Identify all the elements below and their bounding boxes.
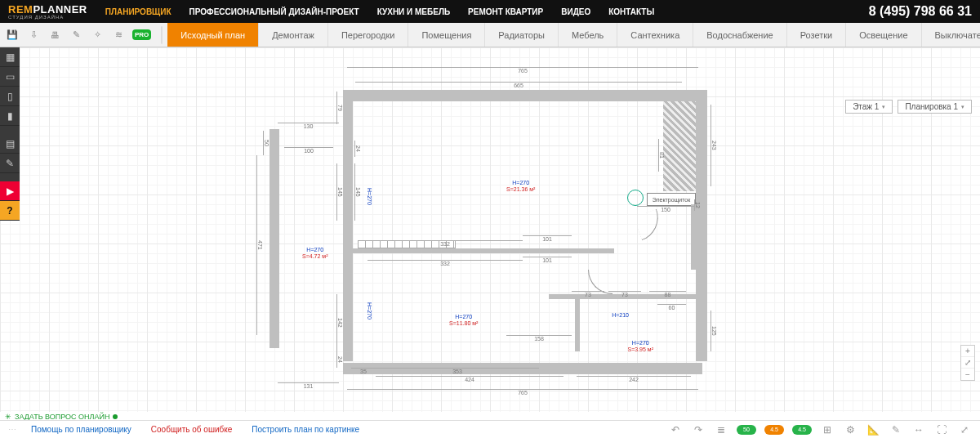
nav-renovation[interactable]: РЕМОНТ КВАРТИР xyxy=(468,7,543,16)
lt-library-icon[interactable]: ▤ xyxy=(0,134,20,154)
redo-icon[interactable]: ↷ xyxy=(691,424,706,436)
lt-windows-icon[interactable]: ▮ xyxy=(0,106,20,126)
save-icon[interactable]: 💾 xyxy=(5,28,20,42)
nav-design[interactable]: ПРОФЕССИОНАЛЬНЫЙ ДИЗАЙН-ПРОЕКТ xyxy=(189,7,359,16)
nav-kitchen[interactable]: КУХНИ И МЕБЕЛЬ xyxy=(377,7,450,16)
dim-top-room: 665 xyxy=(355,82,682,88)
pill-45b[interactable]: 4.5 xyxy=(792,425,812,435)
floor-select[interactable]: Этаж 1▾ xyxy=(845,100,893,114)
footer-help[interactable]: Помощь по планировщику xyxy=(31,425,131,434)
floorplan[interactable]: Электрощиток 765 665 130 100 332 332 101… xyxy=(270,65,710,392)
footer-bug[interactable]: Сообщить об ошибке xyxy=(151,425,232,434)
wall-inner-1[interactable] xyxy=(353,248,614,253)
tab-radiators[interactable]: Радиаторы xyxy=(485,23,559,47)
zoom-in[interactable]: + xyxy=(961,346,974,357)
fullscreen-icon[interactable]: ⤢ xyxy=(957,424,972,436)
dim-424: 424 xyxy=(376,376,564,382)
canvas-area[interactable]: Этаж 1▾ Планировка 1▾ Электрощиток 765 6… xyxy=(0,47,980,412)
layout-select[interactable]: Планировка 1▾ xyxy=(898,100,972,114)
dim-v81: 81 xyxy=(658,139,665,172)
plan-tabs: Исходный план Демонтаж Перегородки Помещ… xyxy=(167,23,980,47)
tool-icon-3[interactable]: ≋ xyxy=(111,28,126,42)
wall-right[interactable] xyxy=(696,90,707,361)
layers-icon[interactable]: ≣ xyxy=(714,424,728,436)
tab-lighting[interactable]: Освещение xyxy=(846,23,921,47)
dim-100: 100 xyxy=(284,147,333,154)
settings-icon[interactable]: ⚙ xyxy=(843,424,858,436)
print-icon[interactable]: 🖶 xyxy=(47,28,62,42)
logo[interactable]: REMPLANNER СТУДИЯ ДИЗАЙНА xyxy=(8,4,87,20)
dim-v24r: 24 xyxy=(354,141,361,157)
lt-walls-icon[interactable]: ▭ xyxy=(0,67,20,87)
export-icon[interactable]: ⇩ xyxy=(26,28,41,42)
room-label-4: H=210 xyxy=(612,312,629,319)
lt-help-icon[interactable]: ? xyxy=(0,201,20,221)
wall-top[interactable] xyxy=(343,90,702,101)
wall-inner-3[interactable] xyxy=(575,294,580,351)
footer-byimage[interactable]: Построить план по картинке xyxy=(252,425,359,434)
zoom-out[interactable]: − xyxy=(961,369,974,380)
dim-101a: 101 xyxy=(523,235,572,242)
tab-partitions[interactable]: Перегородки xyxy=(328,23,409,47)
wall-left-inner[interactable] xyxy=(343,90,353,361)
column-hatch[interactable] xyxy=(663,101,696,191)
dim-35b: 35 xyxy=(351,368,376,374)
lt-measure-icon[interactable]: ✎ xyxy=(0,154,20,173)
tab-demolition[interactable]: Демонтаж xyxy=(259,23,328,47)
tab-water[interactable]: Водоснабжение xyxy=(693,23,786,47)
top-nav: ПЛАНИРОВЩИК ПРОФЕССИОНАЛЬНЫЙ ДИЗАЙН-ПРОЕ… xyxy=(105,7,655,16)
dim-v145b: 145 xyxy=(354,163,361,221)
nav-planner[interactable]: ПЛАНИРОВЩИК xyxy=(105,7,172,16)
tab-sockets[interactable]: Розетки xyxy=(787,23,847,47)
dim-v79: 79 xyxy=(336,92,343,124)
tool-icon-2[interactable]: ✧ xyxy=(90,28,105,42)
nav-video[interactable]: ВИДЕО xyxy=(561,7,590,16)
dim-v50: 50 xyxy=(263,131,270,155)
undo-icon[interactable]: ↶ xyxy=(668,424,683,436)
zoom-control: + ⤢ − xyxy=(960,345,975,381)
nav-contacts[interactable]: КОНТАКТЫ xyxy=(608,7,654,16)
lt-doors-icon[interactable]: ▯ xyxy=(0,87,20,106)
logo-planner: PLANNER xyxy=(33,3,87,16)
online-dot-icon xyxy=(113,414,118,419)
tab-plumbing[interactable]: Сантехника xyxy=(617,23,693,47)
fit-icon[interactable]: ⛶ xyxy=(934,424,949,436)
door-1[interactable] xyxy=(634,209,665,240)
view-2d[interactable]: 2D xyxy=(162,27,163,43)
dim-toggle-icon[interactable]: ↔ xyxy=(911,424,926,436)
snap-icon[interactable]: ⊞ xyxy=(820,424,835,436)
wall-left-outer[interactable] xyxy=(270,129,279,348)
tab-rooms[interactable]: Помещения xyxy=(408,23,485,47)
layout-label: Планировка 1 xyxy=(905,102,958,111)
lt-grid-icon[interactable]: ▦ xyxy=(0,47,20,67)
dim-130: 130 xyxy=(278,123,339,129)
fixture-circle[interactable] xyxy=(627,190,644,206)
dim-v145: 145 xyxy=(336,163,343,221)
ruler-icon[interactable]: 📐 xyxy=(866,424,880,436)
dim-332a: 332 xyxy=(368,240,523,247)
dim-101b: 101 xyxy=(523,257,572,263)
dim-332b: 332 xyxy=(368,260,523,266)
lt-video-icon[interactable]: ▶ xyxy=(0,181,20,201)
top-bar: REMPLANNER СТУДИЯ ДИЗАЙНА ПЛАНИРОВЩИК ПР… xyxy=(0,0,980,23)
dim-v24b: 24 xyxy=(336,351,343,368)
tab-source-plan[interactable]: Исходный план xyxy=(167,23,259,47)
tool-icon-1[interactable]: ✎ xyxy=(69,28,83,42)
tab-furniture[interactable]: Мебель xyxy=(559,23,617,47)
zoom-fit[interactable]: ⤢ xyxy=(961,357,974,369)
left-toolbar: ▦ ▭ ▯ ▮ ▤ ✎ ▶ ? xyxy=(0,47,20,221)
dim-150: 150 xyxy=(637,206,694,212)
dim-353: 353 xyxy=(376,368,539,374)
tab-switches[interactable]: Выключатели xyxy=(922,23,981,47)
pill-45a[interactable]: 4.5 xyxy=(764,425,784,435)
room-label-h270a: H=270 xyxy=(366,188,372,205)
electrical-panel[interactable]: Электрощиток xyxy=(647,193,696,206)
pencil-icon[interactable]: ✎ xyxy=(889,424,903,436)
pro-badge[interactable]: PRO xyxy=(132,29,151,40)
wall-inner-4[interactable] xyxy=(691,204,696,270)
dim-v125: 125 xyxy=(710,311,717,351)
pill-50[interactable]: 50 xyxy=(737,425,756,435)
footer-handle-icon[interactable]: ⋯ xyxy=(8,425,16,434)
dim-v471: 471 xyxy=(256,155,263,335)
logo-rem: REM xyxy=(8,3,33,16)
